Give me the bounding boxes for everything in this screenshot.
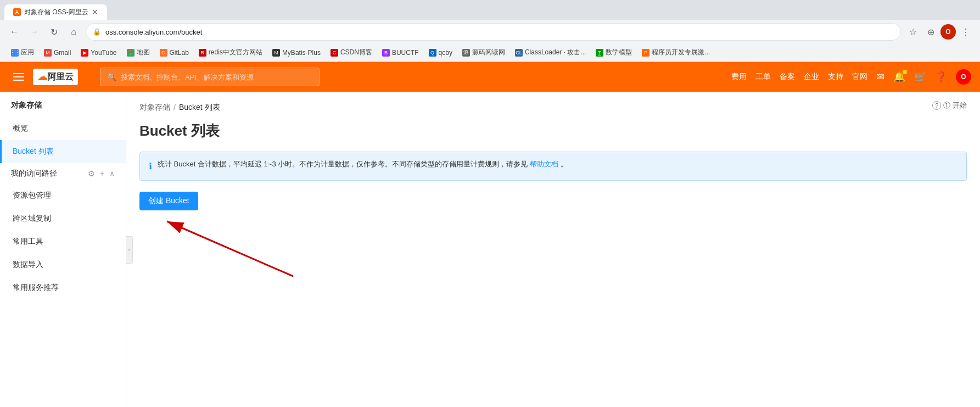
nav-ticket[interactable]: 工单 [755, 72, 771, 82]
sidebar-data-import-label: 数据导入 [13, 260, 43, 269]
nav-fees[interactable]: 费用 [731, 72, 747, 82]
bookmark-math[interactable]: ∑ 数学模型 [591, 47, 636, 58]
aliyun-logo[interactable]: ☁ 阿里云 [33, 69, 78, 85]
bookmark-math-label: 数学模型 [606, 48, 632, 57]
bookmark-qcby[interactable]: Q qcby [424, 48, 457, 58]
aliyun-brand-text: 阿里云 [47, 71, 74, 83]
sidebar-bucket-list-label: Bucket 列表 [13, 147, 54, 155]
bookmark-redis[interactable]: R redis中文官方网站 [194, 47, 267, 58]
extensions-button[interactable]: ⊕ [923, 24, 938, 40]
bookmark-maps-label: 地图 [137, 48, 150, 57]
hamburger-line-2 [13, 76, 24, 77]
tab-bar: A 对象存储 OSS-阿里云 ✕ [0, 0, 980, 20]
nav-official[interactable]: 官网 [852, 72, 867, 82]
breadcrumb-separator: / [173, 103, 176, 112]
bookmark-gitlab[interactable]: G GitLab [155, 48, 193, 58]
hamburger-menu[interactable] [9, 67, 29, 87]
breadcrumb: 对象存储 / Bucket 列表 [139, 103, 967, 113]
sidebar-item-resource-mgmt[interactable]: 资源包管理 [0, 184, 126, 207]
bookmark-qcby-label: qcby [439, 49, 452, 57]
redis-icon: R [199, 49, 206, 57]
bookmark-youtube[interactable]: ▶ YouTube [76, 48, 121, 58]
tab-close-btn[interactable]: ✕ [92, 8, 98, 16]
sidebar-container: 对象存储 概览 Bucket 列表 我的访问路径 ⚙ ＋ ∧ [0, 92, 126, 407]
sidebar-title-text: 对象存储 [11, 101, 42, 109]
add-icon[interactable]: ＋ [98, 169, 106, 179]
hamburger-line-3 [13, 80, 24, 81]
user-avatar[interactable]: O [956, 69, 971, 85]
sidebar-item-access-path[interactable]: 我的访问路径 ⚙ ＋ ∧ [0, 163, 126, 184]
nav-mail-icon[interactable]: ✉ [876, 71, 884, 83]
star-button[interactable]: ☆ [905, 24, 921, 40]
help-start[interactable]: ? ① 开始 [932, 101, 967, 110]
nav-support[interactable]: 支持 [828, 72, 843, 82]
sidebar-item-recommended[interactable]: 常用服务推荐 [0, 276, 126, 299]
nav-bell-icon[interactable]: 🔔 [893, 71, 905, 83]
bookmark-source[interactable]: 源 源码阅读网 [458, 47, 509, 58]
bookmark-mybatis[interactable]: M MyBatis-Plus [268, 48, 325, 58]
dev-icon: P [642, 49, 649, 57]
active-tab[interactable]: A 对象存储 OSS-阿里云 ✕ [4, 4, 107, 20]
bookmark-source-label: 源码阅读网 [472, 48, 505, 57]
browser-nav-bar: ← → ↻ ⌂ 🔒 oss.console.aliyun.com/bucket … [0, 20, 980, 44]
nav-search-input[interactable] [121, 73, 312, 81]
bookmark-classloader[interactable]: CL ClassLoader · 攻击... [511, 47, 590, 58]
info-main-text: 统计 Bucket 合计数据，平均延迟 1~3 小时。不作为计量数据，仅作参考。… [158, 160, 528, 168]
notification-badge [903, 70, 907, 74]
nav-help-icon[interactable]: ❓ [935, 71, 947, 83]
qcby-icon: Q [429, 49, 436, 57]
apps-icon: ⋮⋮ [11, 49, 19, 57]
classloader-icon: CL [515, 49, 523, 57]
sidebar-item-storage-title: 对象存储 [0, 92, 126, 117]
breadcrumb-parent[interactable]: 对象存储 [139, 103, 170, 113]
tab-favicon: A [13, 8, 21, 16]
buuctf-icon: B [382, 49, 390, 57]
menu-button[interactable]: ⋮ [958, 24, 973, 40]
back-button[interactable]: ← [7, 24, 22, 40]
bookmark-buuctf[interactable]: B BUUCTF [378, 48, 423, 58]
aliyun-topnav: ☁ 阿里云 🔍 费用 工单 备案 企业 支持 官网 ✉ 🔔 🛒 ❓ O [0, 62, 980, 92]
sidebar: 对象存储 概览 Bucket 列表 我的访问路径 ⚙ ＋ ∧ [0, 92, 126, 407]
profile-button[interactable]: O [940, 24, 956, 40]
create-bucket-button[interactable]: 创建 Bucket [139, 192, 198, 210]
browser-chrome: A 对象存储 OSS-阿里云 ✕ ← → ↻ ⌂ 🔒 oss.console.a… [0, 0, 980, 62]
source-icon: 源 [462, 49, 470, 57]
nav-search-box[interactable]: 🔍 [100, 68, 320, 86]
youtube-icon: ▶ [81, 49, 88, 57]
nav-cart-icon[interactable]: 🛒 [914, 71, 926, 83]
gitlab-icon: G [160, 49, 167, 57]
sidebar-item-tools[interactable]: 常用工具 [0, 230, 126, 253]
search-icon: 🔍 [107, 73, 116, 81]
bookmark-gmail[interactable]: M Gmail [40, 48, 75, 58]
aliyun-logo-box: ☁ 阿里云 [33, 69, 78, 85]
sidebar-item-overview[interactable]: 概览 [0, 117, 126, 140]
bookmark-csdn[interactable]: C CSDN博客 [326, 47, 377, 58]
sidebar-overview-label: 概览 [13, 124, 28, 132]
bookmark-dev[interactable]: P 程序员开发专属激... [637, 47, 714, 58]
info-help-link[interactable]: 帮助文档 [530, 160, 558, 168]
maps-icon: 📍 [127, 49, 135, 57]
content-wrapper: 对象存储 概览 Bucket 列表 我的访问路径 ⚙ ＋ ∧ [0, 92, 980, 407]
nav-record[interactable]: 备案 [780, 72, 795, 82]
sidebar-recommended-label: 常用服务推荐 [13, 283, 59, 292]
bookmark-maps[interactable]: 📍 地图 [122, 47, 154, 58]
reload-button[interactable]: ↻ [46, 24, 61, 40]
breadcrumb-current: Bucket 列表 [179, 103, 220, 113]
csdn-icon: C [331, 49, 338, 57]
bookmark-apps[interactable]: ⋮⋮ 应用 [7, 47, 38, 58]
forward-button[interactable]: → [26, 24, 42, 40]
chevron-up-icon[interactable]: ∧ [109, 169, 115, 178]
sidebar-item-cross-region[interactable]: 跨区域复制 [0, 207, 126, 230]
nav-right-items: 费用 工单 备案 企业 支持 官网 ✉ 🔔 🛒 ❓ O [731, 69, 971, 85]
settings-icon[interactable]: ⚙ [88, 169, 95, 178]
red-arrow-svg [139, 216, 348, 282]
sidebar-item-bucket-list[interactable]: Bucket 列表 [0, 140, 126, 163]
bookmark-redis-label: redis中文官方网站 [209, 48, 262, 57]
sidebar-item-data-import[interactable]: 数据导入 [0, 253, 126, 276]
nav-enterprise[interactable]: 企业 [804, 72, 819, 82]
bookmarks-bar: ⋮⋮ 应用 M Gmail ▶ YouTube 📍 地图 G GitLab R … [0, 44, 980, 62]
sidebar-collapse-handle[interactable]: ‹ [126, 236, 133, 264]
page-title: Bucket 列表 [139, 121, 967, 141]
address-bar[interactable]: 🔒 oss.console.aliyun.com/bucket [86, 23, 901, 41]
home-button[interactable]: ⌂ [66, 24, 81, 40]
